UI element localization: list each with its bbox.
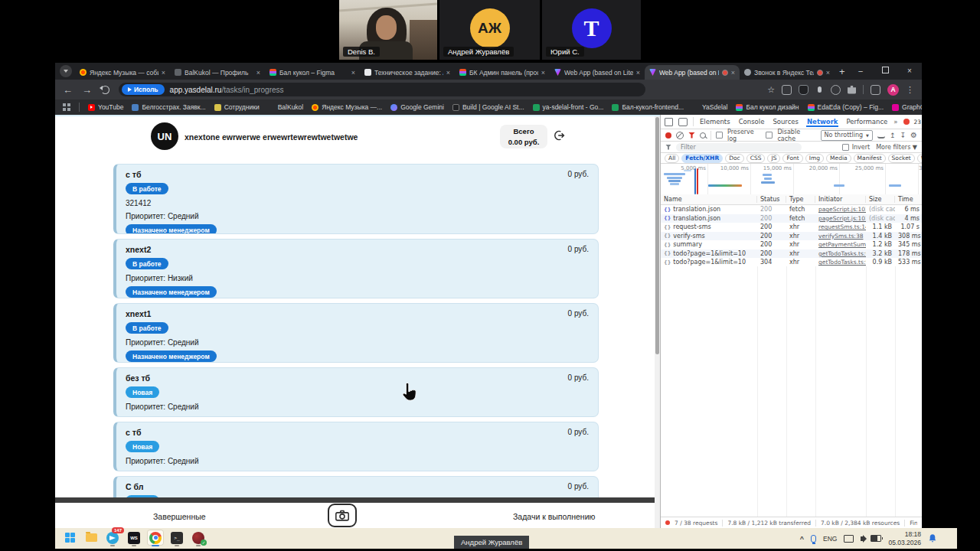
browser-tab[interactable]: Яндекс Музыка — соби × bbox=[75, 65, 170, 80]
resource-chip[interactable]: Fetch/XHR bbox=[681, 154, 723, 163]
todo-tab[interactable]: Задачи к выполнению bbox=[513, 512, 595, 521]
file-explorer-button[interactable] bbox=[83, 530, 100, 546]
filter-icon[interactable] bbox=[688, 132, 695, 139]
network-row[interactable]: {}request-sms 200 xhr requestSms.ts:14 1… bbox=[661, 223, 922, 232]
column-header[interactable]: Size bbox=[866, 196, 895, 203]
resource-chip[interactable]: Wasm bbox=[917, 154, 922, 163]
devtools-tab[interactable]: Performance bbox=[845, 116, 888, 127]
network-row[interactable]: {}summary 200 xhr getPaymentSummary 1.2 … bbox=[661, 240, 922, 249]
bookmark-item[interactable]: YouTube bbox=[88, 103, 123, 111]
resource-chip[interactable]: JS bbox=[767, 154, 780, 163]
network-row[interactable]: {}todo?page=1&limit=10 200 xhr getTodoTa… bbox=[661, 249, 922, 259]
tab-close-button[interactable]: × bbox=[256, 69, 260, 77]
bookmark-item[interactable]: Google Gemini bbox=[390, 103, 444, 111]
video-tile-andrey[interactable]: АЖ Андрей Журавлёв bbox=[439, 0, 540, 60]
terminal-button[interactable]: >_ bbox=[168, 530, 185, 546]
back-button[interactable]: ← bbox=[63, 85, 73, 95]
clock[interactable]: 18:18 05.03.2026 bbox=[888, 530, 921, 546]
more-tabs-chevron[interactable]: » bbox=[893, 118, 897, 126]
network-row[interactable]: {}verify-sms 200 xhr verifySms.ts:38 1.4… bbox=[661, 232, 922, 241]
resource-chip[interactable]: Media bbox=[826, 154, 851, 163]
new-tab-button[interactable]: + bbox=[839, 66, 845, 77]
devtools-tab[interactable]: Sources bbox=[772, 116, 799, 127]
bookmark-item[interactable]: Сотрудники bbox=[214, 103, 260, 111]
request-initiator[interactable]: requestSms.ts:14 bbox=[815, 223, 866, 230]
browser-menu-icon[interactable]: ⋮ bbox=[906, 85, 914, 95]
resource-chip[interactable]: Font bbox=[782, 154, 802, 163]
bookmark-item[interactable]: ya-sdelal-front - Go... bbox=[533, 103, 604, 111]
device-toolbar-icon[interactable] bbox=[678, 118, 688, 126]
task-card[interactable]: xnext1 0 руб. В работе Приоритет: Средни… bbox=[113, 303, 599, 363]
browser-tab[interactable]: БК Админ панель (прос × bbox=[455, 65, 550, 80]
speaker-icon[interactable] bbox=[861, 536, 864, 541]
bookmark-item[interactable]: EdaEda (Copy) – Fig... bbox=[808, 103, 884, 111]
network-display-icon[interactable] bbox=[844, 535, 854, 543]
app-button[interactable]: ✓ bbox=[190, 530, 207, 546]
clear-icon[interactable] bbox=[676, 132, 684, 139]
notification-bell-icon[interactable] bbox=[928, 533, 937, 543]
extension-badge[interactable]: Исполь bbox=[122, 84, 165, 95]
bookmark-star-icon[interactable]: ☆ bbox=[767, 85, 775, 95]
bookmark-item[interactable]: Бал-кукол-frontend... bbox=[612, 103, 684, 111]
task-card[interactable]: без тб 0 руб. Новая Приоритет: Средний bbox=[113, 367, 599, 417]
profile-avatar[interactable]: A bbox=[887, 84, 899, 96]
disable-cache-checkbox[interactable] bbox=[766, 132, 773, 139]
tab-close-button[interactable]: × bbox=[731, 69, 735, 77]
request-initiator[interactable]: getPaymentSummary bbox=[815, 241, 866, 248]
tab-close-button[interactable]: × bbox=[446, 69, 450, 77]
column-header[interactable]: Type bbox=[786, 196, 815, 203]
tab-close-button[interactable]: × bbox=[162, 69, 165, 77]
invert-option[interactable]: Invert bbox=[842, 144, 871, 151]
tab-close-button[interactable]: × bbox=[636, 69, 640, 77]
preserve-log-checkbox[interactable] bbox=[716, 132, 723, 139]
network-overview-timeline[interactable]: 5,000 ms10,000 ms15,000 ms20,000 ms25,00… bbox=[661, 164, 922, 198]
column-header[interactable]: Name bbox=[661, 196, 757, 203]
invert-checkbox[interactable] bbox=[842, 144, 849, 151]
address-bar[interactable]: Исполь app.yasdelal.ru/tasks/in_progress bbox=[119, 83, 645, 96]
filter-input[interactable]: Filter bbox=[676, 143, 802, 152]
bookmark-item[interactable]: YaSdelal bbox=[692, 103, 727, 111]
tab-close-button[interactable]: × bbox=[351, 69, 355, 77]
microphone-icon[interactable] bbox=[811, 535, 816, 543]
resource-chip[interactable]: Socket bbox=[888, 154, 915, 163]
devtools-tab[interactable]: Console bbox=[738, 116, 766, 127]
column-header[interactable]: Time bbox=[895, 196, 922, 203]
bookmark-item[interactable]: BalKukol bbox=[268, 103, 304, 111]
request-initiator[interactable]: pageScript.js:103 bbox=[815, 206, 866, 213]
bookmark-item[interactable]: Build | Google AI St... bbox=[452, 103, 524, 111]
browser-tab[interactable]: Web App (based on L × bbox=[645, 65, 740, 80]
reload-button[interactable] bbox=[101, 86, 109, 94]
export-har-icon[interactable]: ↧ bbox=[900, 132, 906, 139]
column-header[interactable]: Initiator bbox=[815, 196, 866, 203]
browser-tab[interactable]: Звонок в Яндекс Тел × bbox=[740, 65, 835, 80]
user-avatar[interactable]: UN bbox=[151, 122, 178, 150]
completed-tab[interactable]: Завершенные bbox=[153, 512, 206, 521]
resource-chip[interactable]: CSS bbox=[746, 154, 766, 163]
record-button[interactable] bbox=[665, 132, 671, 139]
password-manager-icon[interactable] bbox=[799, 85, 808, 95]
resource-chip[interactable]: Manifest bbox=[854, 154, 886, 163]
resource-chip[interactable]: Img bbox=[805, 154, 824, 163]
maximize-button[interactable] bbox=[873, 63, 897, 80]
browser-tab[interactable]: Техническое задание: А × bbox=[360, 65, 455, 80]
task-card[interactable]: с тб 0 руб. Новая Приоритет: Средний bbox=[113, 422, 599, 471]
network-row[interactable]: {}translation.json 200 fetch pageScript.… bbox=[661, 214, 922, 223]
network-row[interactable]: {}todo?page=1&limit=10 304 xhr getTodoTa… bbox=[661, 258, 922, 267]
bookmark-item[interactable]: Белгосстрах. Заявк... bbox=[132, 103, 205, 111]
hidden-icons-chevron[interactable]: ^ bbox=[800, 535, 804, 543]
request-initiator[interactable]: verifySms.ts:38 bbox=[815, 233, 866, 240]
bookmark-item[interactable]: Бал кукол дизайн bbox=[736, 103, 799, 111]
resource-chip[interactable]: All bbox=[665, 154, 679, 163]
side-panel-icon[interactable] bbox=[871, 85, 880, 95]
resource-chip[interactable]: Doc bbox=[725, 154, 744, 163]
scrollbar[interactable] bbox=[655, 116, 660, 528]
extension-icon[interactable] bbox=[782, 85, 792, 95]
tab-close-button[interactable]: × bbox=[826, 69, 830, 77]
minimize-button[interactable]: – bbox=[848, 63, 873, 80]
search-icon[interactable] bbox=[700, 132, 706, 139]
extensions-puzzle-icon[interactable] bbox=[848, 86, 856, 94]
logout-button[interactable] bbox=[553, 129, 565, 145]
browser-tab[interactable]: BalKukol — Профиль × bbox=[170, 65, 265, 80]
camera-button[interactable] bbox=[328, 504, 357, 527]
mic-extension-icon[interactable] bbox=[818, 86, 822, 93]
